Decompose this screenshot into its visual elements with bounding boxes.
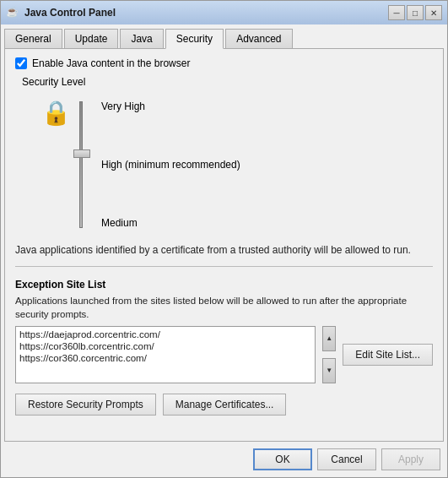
enable-java-row: Enable Java content in the browser — [15, 57, 433, 69]
security-level-label: Security Level — [22, 76, 433, 88]
edit-site-list-button[interactable]: Edit Site List... — [343, 344, 433, 366]
security-level-slider-container: 🔒 Very High High (minimum recommended) M… — [39, 93, 433, 236]
dialog-buttons: OK Cancel Apply — [1, 442, 447, 477]
exception-site-list-section: Exception Site List Applications launche… — [15, 279, 433, 383]
maximize-button[interactable]: □ — [407, 5, 424, 20]
window-title: Java Control Panel — [24, 7, 383, 19]
exception-desc: Applications launched from the sites lis… — [15, 294, 433, 321]
list-item[interactable]: https://cor360lb.corcentric.com/ — [19, 340, 311, 352]
security-panel: Enable Java content in the browser Secur… — [4, 48, 444, 442]
level-medium-label: Medium — [101, 218, 240, 228]
cancel-button[interactable]: Cancel — [317, 448, 376, 470]
tab-security[interactable]: Security — [165, 29, 224, 49]
title-bar-buttons: ─ □ ✕ — [388, 5, 442, 20]
apply-button[interactable]: Apply — [381, 448, 440, 470]
enable-java-label: Enable Java content in the browser — [32, 57, 190, 69]
manage-certificates-button[interactable]: Manage Certificates... — [163, 394, 287, 416]
app-icon: ☕ — [6, 6, 19, 19]
security-description: Java applications identified by a certif… — [15, 243, 433, 258]
tab-general[interactable]: General — [4, 29, 62, 49]
list-item[interactable]: https://cor360.corcentric.com/ — [19, 352, 311, 364]
scroll-buttons: ▲ ▼ — [322, 326, 336, 383]
level-high-label: High (minimum recommended) — [101, 160, 240, 170]
scroll-up-button[interactable]: ▲ — [322, 326, 336, 351]
lock-icon-area: 🔒 — [39, 93, 73, 236]
tab-advanced[interactable]: Advanced — [225, 29, 292, 49]
java-control-panel-window: ☕ Java Control Panel ─ □ ✕ General Updat… — [0, 0, 448, 478]
tab-bar: General Update Java Security Advanced — [1, 24, 447, 48]
enable-java-checkbox[interactable] — [15, 57, 27, 69]
close-button[interactable]: ✕ — [425, 5, 442, 20]
level-very-high-label: Very High — [101, 101, 240, 111]
bottom-action-buttons: Restore Security Prompts Manage Certific… — [15, 394, 433, 416]
restore-security-prompts-button[interactable]: Restore Security Prompts — [15, 394, 156, 416]
tab-java[interactable]: Java — [120, 29, 163, 49]
exception-title: Exception Site List — [15, 279, 433, 291]
slider-thumb[interactable] — [73, 149, 90, 158]
tab-update[interactable]: Update — [64, 29, 119, 49]
title-bar: ☕ Java Control Panel ─ □ ✕ — [1, 1, 447, 24]
exception-site-listbox[interactable]: https://daejaprod.corcentric.com/ https:… — [15, 326, 316, 383]
scroll-down-button[interactable]: ▼ — [322, 358, 336, 383]
security-level-section: Security Level 🔒 Very High High (minimum… — [22, 76, 433, 236]
ok-button[interactable]: OK — [253, 448, 312, 470]
separator — [15, 266, 433, 267]
lock-icon: 🔒 — [41, 101, 71, 125]
slider-track — [79, 101, 83, 228]
list-item[interactable]: https://daejaprod.corcentric.com/ — [19, 329, 311, 340]
slider-track-wrapper — [73, 101, 89, 236]
exception-list-row: https://daejaprod.corcentric.com/ https:… — [15, 326, 433, 383]
minimize-button[interactable]: ─ — [388, 5, 405, 20]
slider-labels: Very High High (minimum recommended) Med… — [89, 101, 240, 228]
